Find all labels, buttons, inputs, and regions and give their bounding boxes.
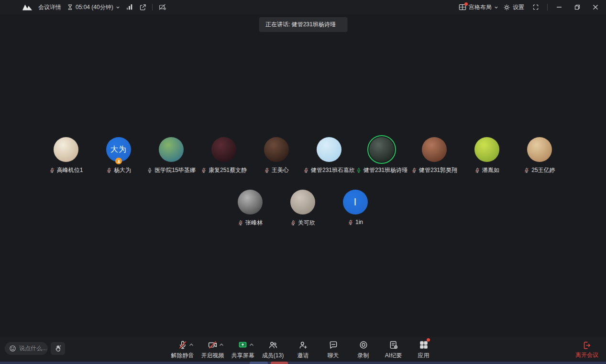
participant-name: 高峰机位1 bbox=[57, 166, 83, 174]
toolbar-button-label: 共享屏幕 bbox=[231, 352, 254, 360]
participant-tile[interactable]: 健管231班石嘉欣 bbox=[303, 137, 355, 174]
raise-hand-button[interactable] bbox=[51, 342, 65, 355]
notification-dot bbox=[464, 2, 468, 6]
toolbar-button-record[interactable]: 录制 bbox=[352, 340, 375, 360]
meeting-details-button[interactable]: 会议详情 bbox=[38, 3, 61, 11]
participant-name: 王美心 bbox=[272, 166, 289, 174]
toolbar-button-label: 录制 bbox=[358, 352, 369, 360]
participant-name: 张峰林 bbox=[245, 219, 263, 227]
camera-muted-icon bbox=[208, 340, 218, 350]
participant-tile[interactable]: 健管231班杨诗瑾 bbox=[355, 137, 408, 174]
popout-icon[interactable] bbox=[139, 4, 146, 11]
participant-name: 健管231郭昊翔 bbox=[419, 166, 457, 174]
participant-avatar bbox=[238, 190, 263, 214]
chevron-up-icon[interactable] bbox=[249, 343, 254, 347]
mic-on-icon bbox=[147, 167, 153, 173]
leave-meeting-button[interactable]: 离开会议 bbox=[575, 341, 598, 359]
participant-name: 25王亿婷 bbox=[531, 166, 555, 174]
avatar-initials: l bbox=[343, 190, 368, 214]
os-taskbar-sliver bbox=[0, 362, 606, 364]
taskbar-item-hint bbox=[250, 362, 268, 364]
taskbar-item-hint bbox=[271, 362, 288, 364]
grid-layout-icon bbox=[459, 4, 466, 11]
mic-muted-icon bbox=[348, 219, 353, 225]
participant-name: 医学院15毕茎娜 bbox=[154, 166, 195, 174]
gear-icon bbox=[503, 4, 510, 11]
mic-muted-icon bbox=[178, 340, 187, 350]
hourglass-icon bbox=[67, 4, 73, 11]
emoji-icon[interactable] bbox=[9, 345, 16, 352]
toolbar-button-ai-notes[interactable]: AI纪要 bbox=[382, 340, 405, 360]
participant-tile[interactable]: 大为杨大为 bbox=[92, 137, 145, 174]
participant-tile[interactable]: 关可欣 bbox=[276, 190, 329, 227]
toolbar-button-invite[interactable]: 邀请 bbox=[292, 340, 315, 360]
chevron-up-icon[interactable] bbox=[219, 343, 224, 347]
participant-name: 潘胤如 bbox=[482, 166, 499, 174]
mic-muted-icon bbox=[290, 220, 296, 226]
mic-muted-icon bbox=[411, 167, 417, 173]
participant-nameline: 王美心 bbox=[264, 166, 289, 174]
participant-name: 健管231班石嘉欣 bbox=[311, 166, 355, 174]
participant-nameline: 高峰机位1 bbox=[49, 166, 83, 174]
participant-avatar bbox=[422, 137, 447, 162]
participant-tile[interactable]: 张峰林 bbox=[224, 190, 276, 227]
toolbar-button-share-screen[interactable]: 共享屏幕 bbox=[231, 340, 254, 360]
toolbar-button-label: 邀请 bbox=[297, 352, 309, 360]
participant-tile[interactable]: 高峰机位1 bbox=[40, 137, 92, 174]
mic-muted-icon bbox=[303, 167, 309, 173]
layout-label: 宫格布局 bbox=[469, 3, 492, 11]
participant-nameline: 1in bbox=[348, 219, 363, 225]
toolbar-button-members[interactable]: 成员(13) bbox=[262, 340, 285, 360]
participant-nameline: 杨大为 bbox=[106, 166, 131, 174]
toolbar-button-label: 应用 bbox=[418, 352, 430, 360]
chevron-up-icon[interactable] bbox=[189, 343, 194, 347]
toolbar-button-mic-muted[interactable]: 解除静音 bbox=[171, 340, 194, 360]
mic-muted-icon bbox=[201, 167, 207, 173]
record-icon bbox=[359, 340, 368, 350]
quick-chat-input[interactable]: 说点什么... bbox=[5, 342, 48, 355]
members-icon bbox=[268, 340, 278, 350]
active-speaker-banner: 正在讲话: 健管231班杨诗瑾 bbox=[259, 17, 347, 32]
network-quality-icon[interactable] bbox=[126, 4, 133, 11]
close-button[interactable] bbox=[589, 1, 602, 13]
maximize-restore-button[interactable] bbox=[571, 1, 584, 13]
meeting-timer[interactable]: 05:04 (40分钟) bbox=[67, 3, 120, 11]
toolbar-button-chat[interactable]: 聊天 bbox=[322, 340, 345, 360]
mic-muted-icon bbox=[106, 167, 112, 173]
toolbar-button-label: 解除静音 bbox=[171, 352, 194, 360]
host-badge-icon bbox=[115, 158, 122, 164]
settings-label: 设置 bbox=[513, 3, 524, 11]
toolbar-button-apps[interactable]: 应用 bbox=[412, 340, 435, 360]
participant-tile[interactable]: 医学院15毕茎娜 bbox=[145, 137, 198, 174]
minimize-button[interactable] bbox=[552, 1, 566, 13]
participant-tile[interactable]: 25王亿婷 bbox=[513, 137, 566, 174]
participant-tile[interactable]: 潘胤如 bbox=[461, 137, 513, 174]
apps-icon bbox=[419, 340, 429, 350]
participant-avatar bbox=[474, 137, 499, 162]
leave-meeting-label: 离开会议 bbox=[575, 351, 598, 359]
participant-tile[interactable]: 王美心 bbox=[250, 137, 303, 174]
leave-meeting-icon bbox=[582, 341, 592, 350]
layout-switch-button[interactable]: 宫格布局 bbox=[459, 3, 498, 11]
participant-nameline: 25王亿婷 bbox=[524, 166, 555, 174]
participant-name: 关可欣 bbox=[298, 219, 315, 227]
app-logo-icon bbox=[22, 3, 33, 11]
toolbar-button-label: 聊天 bbox=[328, 352, 339, 360]
toolbar-button-camera-muted[interactable]: 开启视频 bbox=[201, 340, 224, 360]
invite-icon bbox=[298, 340, 308, 350]
participant-tile[interactable]: 健管231郭昊翔 bbox=[408, 137, 461, 174]
recording-disabled-icon[interactable] bbox=[158, 3, 166, 11]
participant-nameline: 潘胤如 bbox=[474, 166, 499, 174]
ai-notes-icon bbox=[388, 340, 399, 350]
settings-button[interactable]: 设置 bbox=[503, 3, 524, 11]
participant-nameline: 医学院15毕茎娜 bbox=[147, 166, 195, 174]
participant-tile[interactable]: 康复251蔡文静 bbox=[198, 137, 250, 174]
participant-name: 康复251蔡文静 bbox=[209, 166, 247, 174]
fullscreen-button[interactable] bbox=[529, 1, 542, 13]
mic-muted-icon bbox=[524, 167, 529, 173]
participant-avatar bbox=[54, 137, 78, 162]
participant-tile[interactable]: l1in bbox=[329, 190, 382, 227]
chevron-down-icon bbox=[494, 5, 498, 10]
divider bbox=[547, 4, 548, 11]
meeting-window: 会议详情 05:04 (40分钟) bbox=[0, 0, 606, 364]
